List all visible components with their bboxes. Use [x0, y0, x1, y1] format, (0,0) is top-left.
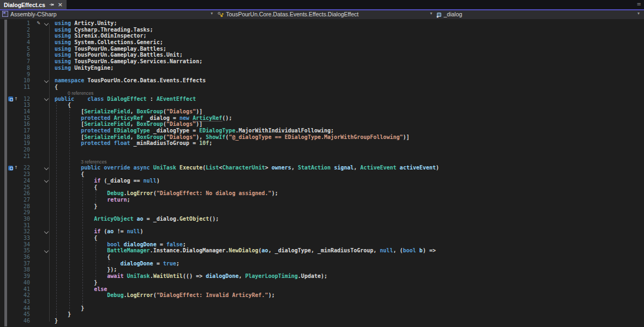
code-line-27[interactable]: 27 return;: [0, 197, 644, 203]
tab-title: DialogEffect.cs: [4, 2, 45, 8]
code-line-14[interactable]: 14 [SerializeField, BoxGroup("Dialogs")]: [0, 108, 644, 115]
pin-icon[interactable]: [49, 2, 54, 7]
code-line-4[interactable]: 4using System.Collections.Generic;: [0, 39, 644, 46]
line-number: 40: [0, 280, 30, 286]
code-line-31[interactable]: 31: [0, 222, 644, 229]
breadcrumb-member[interactable]: _dialog: [444, 11, 462, 17]
line-number: 38: [0, 267, 30, 273]
code-line-6[interactable]: 6using TousPourUn.Gameplay.Battles.Unit;: [0, 52, 644, 58]
code-line-18[interactable]: 18 [SerializeField, BoxGroup("Dialogs"),…: [0, 134, 644, 141]
code-line-12[interactable]: ↑12public class DialogEffect : AEventEff…: [0, 96, 644, 102]
svg-text:★: ★: [436, 15, 439, 19]
line-number: 43: [0, 299, 30, 305]
collapse-chevron-icon[interactable]: [44, 229, 49, 234]
code-line-9[interactable]: 9: [0, 71, 644, 78]
code-line-7[interactable]: 7using TousPourUn.Gameplay.Services.Narr…: [0, 58, 644, 65]
line-number: 27: [0, 197, 30, 203]
code-line-45[interactable]: 45 }: [0, 311, 644, 318]
line-number: 16: [0, 121, 30, 128]
code-line-33[interactable]: 33 {: [0, 235, 644, 241]
code-line-2[interactable]: 2using Cysharp.Threading.Tasks;: [0, 27, 644, 33]
code-line-29[interactable]: 29: [0, 209, 644, 216]
code-line-19[interactable]: 19 protected float _minRadiusToGroup = 1…: [0, 140, 644, 147]
code-line-15[interactable]: 15 protected ArticyRef _dialog = new Art…: [0, 115, 644, 122]
line-number: 46: [0, 318, 30, 324]
code-line-44[interactable]: 44 }: [0, 305, 644, 312]
code-line-8[interactable]: 8using UnityEngine;: [0, 65, 644, 71]
code-text: if (ao != null): [55, 228, 144, 235]
code-line-20[interactable]: 20: [0, 147, 644, 153]
chevron-down-icon[interactable]: ▾: [637, 11, 640, 16]
code-line-36[interactable]: 36 {: [0, 254, 644, 261]
code-text: using Articy.Unity;: [55, 20, 117, 27]
code-text: if (_dialog == null): [55, 178, 160, 184]
code-line-42[interactable]: 42 Debug.LogError("DialogEffect: Invalid…: [0, 292, 644, 299]
codelens-row: 3 references: [0, 159, 644, 165]
chevron-down-icon[interactable]: ▾: [430, 11, 432, 16]
code-text: [SerializeField, BoxGroup("Dialogs")]: [55, 108, 202, 115]
breadcrumb-type[interactable]: TousPourUn.Core.Datas.Events.Effects.Dia…: [226, 11, 359, 17]
breadcrumb-project[interactable]: Assembly-CSharp: [10, 11, 57, 17]
code-text: {: [55, 184, 97, 191]
code-line-23[interactable]: 23 {: [0, 171, 644, 178]
close-icon[interactable]: ×: [58, 2, 63, 7]
code-line-39[interactable]: 39 await UniTask.WaitUntil(() => dialogD…: [0, 273, 644, 280]
code-line-26[interactable]: 26 Debug.LogError("DialogEffect: No dial…: [0, 190, 644, 197]
code-line-41[interactable]: 41 else: [0, 286, 644, 293]
line-number: 15: [0, 115, 30, 122]
codelens-references-link[interactable]: 0 references: [68, 90, 93, 96]
code-line-35[interactable]: 35 BattleManager.Instance.DialogManager.…: [0, 247, 644, 254]
code-line-16[interactable]: 16 [SerializeField, BoxGroup("Dialogs")]: [0, 121, 644, 128]
collapse-chevron-icon[interactable]: [44, 178, 49, 183]
code-line-3[interactable]: 3using Sirenix.OdinInspector;: [0, 33, 644, 39]
codelens-references-link[interactable]: 3 references: [81, 159, 106, 165]
chevron-down-icon[interactable]: ▾: [211, 11, 213, 16]
code-line-22[interactable]: ↑22 public override async UniTask Execut…: [0, 165, 644, 171]
line-number: 30: [0, 216, 30, 222]
collapse-chevron-icon[interactable]: [44, 21, 49, 25]
code-line-30[interactable]: 30 ArticyObject ao = _dialog.GetObject()…: [0, 216, 644, 222]
code-line-28[interactable]: 28 }: [0, 203, 644, 210]
code-line-17[interactable]: 17 protected EDialogType _dialogType = E…: [0, 128, 644, 134]
code-line-5[interactable]: 5using TousPourUn.Gameplay.Battles;: [0, 46, 644, 52]
code-line-40[interactable]: 40 }: [0, 280, 644, 286]
collapse-chevron-icon[interactable]: [44, 96, 49, 101]
line-number: 2: [0, 27, 30, 33]
code-line-37[interactable]: 37 dialogDone = true;: [0, 261, 644, 267]
tab-bar: DialogEffect.cs × ≡: [0, 0, 644, 10]
line-number: 1: [0, 20, 30, 27]
line-number: 20: [0, 147, 30, 153]
line-number: 36: [0, 254, 30, 261]
tab-dialogeffect[interactable]: DialogEffect.cs ×: [0, 0, 67, 9]
protected-field-icon: ★: [436, 11, 442, 19]
collapse-chevron-icon[interactable]: [44, 249, 49, 253]
code-text: {: [55, 102, 71, 108]
code-line-46[interactable]: 46}: [0, 318, 644, 324]
code-text: protected float _minRadiusToGroup = 10f;: [55, 140, 212, 147]
code-text: [SerializeField, BoxGroup("Dialogs")]: [55, 121, 202, 128]
document-well-menu-icon[interactable]: ≡: [637, 1, 641, 7]
code-line-1[interactable]: ✎1using Articy.Unity;: [0, 20, 644, 27]
code-line-24[interactable]: 24 if (_dialog == null): [0, 178, 644, 184]
code-line-34[interactable]: 34 bool dialogDone = false;: [0, 241, 644, 248]
code-editor[interactable]: ✎1using Articy.Unity;2using Cysharp.Thre…: [0, 19, 644, 327]
line-number: 3: [0, 33, 30, 39]
code-line-10[interactable]: 10namespace TousPourUn.Core.Datas.Events…: [0, 77, 644, 84]
line-number: 32: [0, 228, 30, 235]
collapse-chevron-icon[interactable]: [44, 166, 49, 170]
code-line-11[interactable]: 11{: [0, 84, 644, 90]
code-text: using System.Collections.Generic;: [55, 39, 163, 46]
line-number: 31: [0, 222, 30, 229]
code-text: [SerializeField, BoxGroup("Dialogs"), Sh…: [55, 134, 409, 141]
project-icon: [2, 11, 8, 17]
code-line-21[interactable]: 21: [0, 153, 644, 160]
code-line-38[interactable]: 38 });: [0, 267, 644, 273]
code-line-25[interactable]: 25 {: [0, 184, 644, 191]
code-line-13[interactable]: 13 {: [0, 102, 644, 108]
code-text: public override async UniTask Execute(Li…: [55, 165, 439, 171]
line-number: 25: [0, 184, 30, 191]
code-line-32[interactable]: 32 if (ao != null): [0, 228, 644, 235]
code-line-43[interactable]: 43: [0, 299, 644, 305]
collapse-chevron-icon[interactable]: [44, 78, 49, 82]
code-text: BattleManager.Instance.DialogManager.New…: [55, 247, 436, 254]
